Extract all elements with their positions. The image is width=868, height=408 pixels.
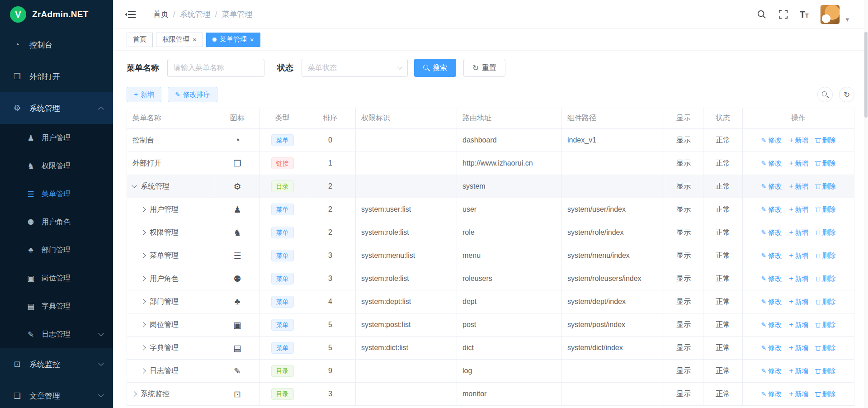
sidebar-item-log[interactable]: ✎日志管理 — [0, 320, 113, 348]
add-button[interactable]: +新增 — [789, 136, 808, 145]
menu-name-input[interactable] — [167, 59, 264, 77]
add-button[interactable]: +新增 — [789, 344, 808, 352]
status-select[interactable]: 菜单状态 — [302, 59, 408, 77]
edit-button[interactable]: ✎修改 — [761, 298, 782, 306]
menu-name-cell: 控制台 — [127, 129, 215, 152]
expand-caret-icon[interactable] — [141, 345, 146, 350]
add-button[interactable]: +新增 — [789, 298, 808, 306]
delete-button[interactable]: 删除 — [816, 321, 836, 329]
add-button[interactable]: +新增 — [789, 367, 808, 375]
expand-caret-icon[interactable] — [141, 253, 146, 258]
expand-caret-icon[interactable] — [141, 276, 146, 281]
sidebar-item-external-open[interactable]: ❐外部打开 — [0, 61, 113, 92]
edit-button[interactable]: ✎修改 — [761, 228, 782, 237]
add-button[interactable]: +新增 — [789, 205, 808, 214]
close-icon[interactable]: × — [193, 36, 197, 43]
sidebar-item-dict[interactable]: ▤字典管理 — [0, 292, 113, 320]
edit-sort-button[interactable]: ✎ 修改排序 — [168, 87, 217, 102]
operations-cell: ✎修改+新增删除 — [743, 267, 854, 290]
add-button[interactable]: +新增 — [789, 390, 808, 399]
delete-button[interactable]: 删除 — [816, 344, 836, 352]
delete-button[interactable]: 删除 — [816, 390, 836, 399]
collapse-menu-icon[interactable] — [125, 10, 136, 19]
menu-name-cell: 系统监控 — [127, 383, 215, 406]
sidebar-item-menu[interactable]: ☰菜单管理 — [0, 180, 113, 208]
add-button[interactable]: +新增 — [789, 321, 808, 329]
route-cell: user — [457, 198, 562, 221]
expand-caret-icon[interactable] — [141, 368, 146, 373]
operations-cell: ✎修改+新增删除 — [743, 360, 854, 383]
search-button[interactable]: 搜索 — [414, 59, 456, 77]
add-button[interactable]: +新增 — [789, 159, 808, 168]
edit-button[interactable]: ✎修改 — [761, 136, 782, 145]
tab-menu[interactable]: 菜单管理× — [206, 33, 260, 47]
add-button[interactable]: +新增 — [789, 228, 808, 237]
delete-button[interactable]: 删除 — [816, 228, 836, 237]
delete-button[interactable]: 删除 — [816, 251, 836, 260]
expand-caret-icon[interactable] — [141, 322, 146, 327]
tab-role[interactable]: 权限管理× — [156, 33, 203, 47]
menu-icon-cell: ♣ — [215, 290, 260, 313]
sidebar-item-role[interactable]: ♞权限管理 — [0, 152, 113, 180]
font-size-icon[interactable]: TT — [800, 10, 809, 19]
breadcrumb-item[interactable]: 系统管理 — [180, 9, 211, 19]
add-button[interactable]: +新增 — [789, 275, 808, 283]
edit-button[interactable]: ✎修改 — [761, 251, 782, 260]
post-badge-icon: ▣ — [25, 274, 36, 283]
menu-name-cell: 岗位管理 — [127, 313, 215, 337]
user-dropdown-caret-icon[interactable]: ▾ — [845, 15, 849, 24]
menu-icon-cell: ▣ — [215, 313, 260, 337]
close-icon[interactable]: × — [250, 36, 254, 43]
avatar[interactable] — [820, 5, 840, 24]
fullscreen-icon[interactable] — [778, 9, 788, 19]
expand-caret-icon[interactable] — [141, 207, 146, 212]
sidebar-item-monitor[interactable]: ⊡系统监控 — [0, 348, 113, 380]
sidebar-item-dept[interactable]: ♣部门管理 — [0, 236, 113, 264]
show-search-button[interactable] — [817, 87, 833, 102]
collapse-caret-icon[interactable] — [132, 183, 137, 188]
logo[interactable]: V ZrAdmin.NET — [0, 0, 113, 29]
edit-button[interactable]: ✎修改 — [761, 321, 782, 329]
edit-button[interactable]: ✎修改 — [761, 367, 782, 375]
chevron-down-icon — [98, 330, 104, 336]
add-button[interactable]: +新增 — [789, 251, 808, 260]
delete-button[interactable]: 删除 — [816, 298, 836, 306]
delete-button[interactable]: 删除 — [816, 182, 836, 191]
status-cell: 正常 — [703, 290, 743, 313]
status-cell: 正常 — [703, 244, 743, 267]
refresh-button[interactable]: ↻ — [839, 87, 854, 102]
sidebar-item-label: 系统管理 — [29, 103, 60, 114]
delete-button[interactable]: 删除 — [816, 275, 836, 283]
edit-label: 修改 — [768, 275, 782, 283]
component-cell: system/menu/index — [562, 244, 664, 267]
expand-caret-icon[interactable] — [132, 391, 137, 396]
expand-caret-icon[interactable] — [141, 299, 146, 304]
delete-button[interactable]: 删除 — [816, 136, 836, 145]
delete-button[interactable]: 删除 — [816, 159, 836, 168]
tab-home[interactable]: 首页 — [127, 33, 153, 47]
edit-button[interactable]: ✎修改 — [761, 275, 782, 283]
add-button[interactable]: +新增 — [789, 182, 808, 191]
sort-cell: 4 — [305, 290, 356, 313]
sidebar-item-user[interactable]: ♟用户管理 — [0, 124, 113, 152]
sidebar-item-user-role[interactable]: ⚉用户角色 — [0, 208, 113, 236]
reset-button[interactable]: ↻ 重置 — [463, 59, 505, 77]
delete-button[interactable]: 删除 — [816, 367, 836, 375]
visible-cell: 显示 — [664, 198, 703, 221]
edit-button[interactable]: ✎修改 — [761, 344, 782, 352]
delete-button[interactable]: 删除 — [816, 205, 836, 214]
edit-button[interactable]: ✎修改 — [761, 182, 782, 191]
expand-caret-icon[interactable] — [141, 230, 146, 235]
edit-button[interactable]: ✎修改 — [761, 390, 782, 399]
sidebar-item-dashboard[interactable]: ◔控制台 — [0, 29, 113, 61]
sidebar-item-system[interactable]: ⚙系统管理 — [0, 92, 113, 124]
add-button[interactable]: + 新增 — [127, 87, 161, 102]
breadcrumb-item[interactable]: 首页 — [153, 9, 169, 19]
sidebar-item-article[interactable]: ❏文章管理 — [0, 380, 113, 408]
sidebar-item-post[interactable]: ▣岗位管理 — [0, 264, 113, 292]
search-icon[interactable] — [757, 9, 767, 19]
edit-button[interactable]: ✎修改 — [761, 159, 782, 168]
edit-button[interactable]: ✎修改 — [761, 205, 782, 214]
scrollbar-thumb[interactable] — [864, 32, 868, 118]
column-header: 权限标识 — [356, 108, 457, 129]
